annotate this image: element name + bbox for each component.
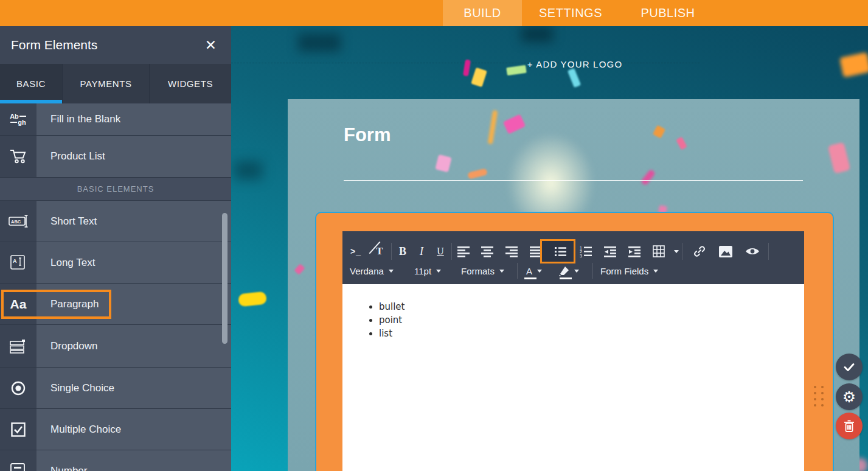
table-icon[interactable]	[650, 242, 668, 260]
section-header-basic-elements: BASIC ELEMENTS	[0, 178, 231, 201]
element-long-text[interactable]: A Long Text	[0, 242, 231, 284]
cart-icon	[0, 136, 36, 177]
tab-basic[interactable]: BASIC	[0, 64, 63, 103]
confetti	[471, 68, 487, 88]
add-logo-button[interactable]: + ADD YOUR LOGO	[484, 59, 666, 69]
confetti	[653, 125, 665, 138]
align-left-icon[interactable]	[454, 242, 473, 260]
confetti	[488, 110, 498, 145]
align-center-icon[interactable]	[478, 242, 496, 260]
underline-icon[interactable]: U	[431, 242, 450, 260]
svg-text:ABC: ABC	[11, 218, 21, 224]
confetti	[294, 263, 305, 275]
confetti	[467, 168, 488, 179]
confetti	[676, 137, 687, 150]
decrease-indent-icon[interactable]	[601, 242, 619, 260]
align-right-icon[interactable]	[502, 242, 521, 260]
toolbar-separator	[592, 263, 593, 279]
text-color-button[interactable]: A	[526, 263, 542, 278]
rich-text-toolbar: >_ T B I U	[342, 231, 804, 284]
confetti	[435, 155, 451, 173]
element-short-text[interactable]: ABC Short Text	[0, 201, 231, 242]
svg-text:A: A	[13, 258, 17, 264]
toolbar-separator	[682, 243, 682, 260]
increase-indent-icon[interactable]	[625, 242, 644, 260]
confetti	[521, 26, 553, 42]
confetti	[463, 59, 471, 76]
italic-icon[interactable]: I	[412, 242, 431, 260]
bullet-item[interactable]: bullet	[379, 300, 804, 313]
bullet-item[interactable]: point	[379, 313, 804, 327]
tab-widgets[interactable]: WIDGETS	[150, 64, 231, 103]
close-icon[interactable]: ✕	[201, 37, 220, 54]
gear-icon: ⚙	[842, 389, 856, 405]
tab-payments[interactable]: PAYMENTS	[63, 64, 150, 103]
trash-icon	[844, 420, 855, 433]
text-color-bar	[524, 277, 536, 279]
highlight-color-bar	[560, 277, 572, 279]
form-card[interactable]: Form >_ T B I U	[288, 99, 859, 471]
source-code-icon[interactable]: >_	[347, 242, 365, 260]
element-list: Abgh Fill in the Blank Product List BASI…	[0, 103, 231, 471]
paragraph-element-selected[interactable]: >_ T B I U	[315, 212, 834, 471]
tab-settings[interactable]: SETTINGS	[522, 0, 619, 26]
paragraph-icon: Aa	[0, 284, 36, 324]
number-icon	[0, 450, 36, 471]
panel-title: Form Elements	[11, 38, 97, 52]
toolbar-separator	[768, 243, 769, 260]
radio-icon	[0, 368, 36, 408]
font-size-select[interactable]: 11pt	[414, 263, 441, 278]
panel-tabs: BASIC PAYMENTS WIDGETS	[0, 64, 231, 103]
preview-eye-icon[interactable]	[743, 242, 762, 260]
toolbar-separator	[391, 243, 392, 260]
confetti	[828, 142, 851, 173]
form-title[interactable]: Form	[344, 124, 391, 146]
confetti	[234, 161, 262, 180]
rich-text-content[interactable]: bullet point list	[342, 284, 804, 471]
element-number[interactable]: Number	[0, 450, 231, 471]
tab-publish[interactable]: PUBLISH	[619, 0, 717, 26]
form-canvas-background: + ADD YOUR LOGO Form	[231, 26, 868, 471]
confirm-button[interactable]	[836, 354, 863, 380]
element-product-list[interactable]: Product List	[0, 136, 231, 178]
check-icon	[843, 362, 855, 372]
formats-select[interactable]: Formats	[461, 263, 504, 278]
element-paragraph[interactable]: Aa Paragraph	[0, 284, 231, 325]
bullet-list-icon[interactable]	[551, 242, 569, 260]
drag-handle[interactable]	[814, 386, 824, 406]
form-elements-panel: Form Elements ✕ BASIC PAYMENTS WIDGETS A…	[0, 26, 231, 471]
element-dropdown[interactable]: Dropdown	[0, 325, 231, 368]
bullet-item[interactable]: list	[379, 327, 804, 340]
highlight-color-button[interactable]	[559, 263, 579, 278]
top-nav-bar: BUILD SETTINGS PUBLISH	[0, 0, 868, 26]
confetti	[641, 169, 656, 186]
delete-button[interactable]	[836, 413, 863, 439]
properties-button[interactable]: ⚙	[836, 383, 863, 410]
form-title-underline	[344, 180, 803, 181]
confetti	[298, 33, 341, 52]
form-fields-select[interactable]: Form Fields	[600, 263, 658, 278]
table-dropdown-caret[interactable]	[674, 250, 679, 253]
checkbox-icon	[0, 409, 36, 450]
insert-link-icon[interactable]	[690, 242, 709, 260]
long-text-icon: A	[0, 242, 36, 283]
bullet-list[interactable]: bullet point list	[366, 300, 804, 340]
toolbar-separator	[517, 263, 518, 279]
numbered-list-icon[interactable]: 123	[577, 242, 595, 260]
tab-build[interactable]: BUILD	[443, 0, 522, 26]
bold-icon[interactable]: B	[394, 242, 412, 260]
fill-in-the-blank-icon: Abgh	[0, 103, 36, 135]
panel-header: Form Elements ✕	[0, 26, 231, 64]
dropdown-icon	[0, 325, 36, 367]
clear-formatting-icon[interactable]: T	[370, 242, 389, 260]
toolbar-separator	[451, 243, 452, 260]
confetti	[238, 291, 267, 307]
element-fill-in-the-blank[interactable]: Abgh Fill in the Blank	[0, 103, 231, 136]
sidebar-scrollbar[interactable]	[222, 213, 227, 344]
font-family-select[interactable]: Verdana	[350, 263, 394, 278]
confetti	[503, 114, 526, 134]
confetti	[839, 52, 868, 78]
element-single-choice[interactable]: Single Choice	[0, 368, 231, 409]
element-multiple-choice[interactable]: Multiple Choice	[0, 409, 231, 450]
insert-image-icon[interactable]	[717, 242, 735, 260]
